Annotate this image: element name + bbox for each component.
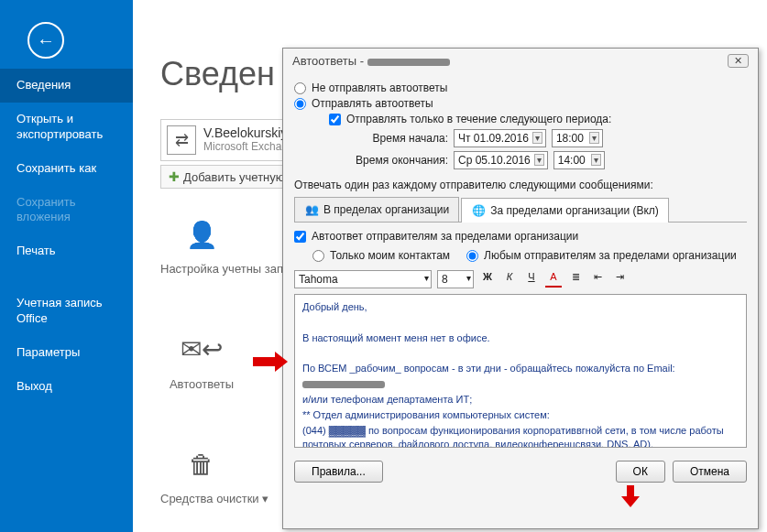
italic-button[interactable]: К [501,271,518,288]
sidebar-item-options[interactable]: Параметры [0,336,133,370]
end-label: Время окончания: [329,154,448,167]
message-editor[interactable]: Добрый день, В настоящий момент меня нет… [294,294,747,448]
ok-button[interactable]: ОК [616,461,665,483]
checkbox-period[interactable]: Отправлять только в течение следующего п… [329,113,747,125]
start-time-combo[interactable]: 18:00 [552,129,603,147]
sidebar-item-open-export[interactable]: Открыть и экспортировать [0,103,133,152]
rules-button[interactable]: Правила... [294,461,383,483]
sidebar: Сведения Открыть и экспортировать Сохран… [0,0,133,532]
font-color-button[interactable]: А [545,271,562,288]
tabs: 👥 В пределах организации 🌐 За пределами … [294,197,747,223]
font-size-combo[interactable]: 8 [437,270,474,288]
sidebar-item-office-account[interactable]: Учетная запись Office [0,287,133,336]
sidebar-item-info[interactable]: Сведения [0,69,133,103]
reply-note: Отвечать один раз каждому отправителю сл… [294,179,747,191]
dialog-title: Автоответы - [292,54,367,68]
close-button[interactable]: ✕ [728,54,749,68]
radio-anyone[interactable]: Любым отправителям за пределами организа… [466,249,737,262]
start-date-combo[interactable]: Чт 01.09.2016 [454,129,546,147]
annotation-arrow-right [253,352,290,370]
exchange-icon: ⇄ [167,125,196,155]
annotation-arrow-down [621,485,640,509]
redacted [367,59,450,66]
cleanup-icon: 🗑 [160,437,243,492]
checkbox-outside-autoreply[interactable]: Автоответ отправителям за пределами орга… [294,230,747,243]
sidebar-item-save-attachments: Сохранить вложения [0,186,133,235]
end-date-combo[interactable]: Ср 05.10.2016 [454,151,548,169]
cancel-button[interactable]: Отмена [673,461,747,483]
globe-icon: 🌐 [471,203,486,218]
bullets-button[interactable]: ≣ [567,271,584,288]
sidebar-item-print[interactable]: Печать [0,234,133,268]
people-icon: 👥 [304,202,319,217]
sidebar-item-save-as[interactable]: Сохранить как [0,152,133,186]
indent-button[interactable]: ⇥ [611,271,628,288]
bold-button[interactable]: Ж [479,271,496,288]
autoreply-icon: ✉↩ [160,322,243,377]
user-icon: 👤 [160,207,243,262]
radio-send-autoreply[interactable]: Отправлять автоответы [294,97,747,110]
outdent-button[interactable]: ⇤ [589,271,606,288]
underline-button[interactable]: Ч [523,271,540,288]
radio-no-autoreply[interactable]: Не отправлять автоответы [294,81,747,94]
sidebar-item-exit[interactable]: Выход [0,370,133,404]
tab-inside-org[interactable]: 👥 В пределах организации [294,197,459,222]
font-name-combo[interactable]: Tahoma [294,270,432,288]
font-toolbar: Tahoma 8 Ж К Ч А ≣ ⇤ ⇥ [294,270,747,288]
end-time-combo[interactable]: 14:00 [553,151,605,169]
start-label: Время начала: [329,132,448,145]
add-account-label: Добавить учетную [183,170,285,184]
back-button[interactable] [27,22,64,59]
tab-outside-org[interactable]: 🌐 За пределами организации (Вкл) [461,198,669,223]
autoreply-dialog: Автоответы - ✕ Не отправлять автоответы … [282,48,759,529]
radio-contacts-only[interactable]: Только моим контактам [312,249,450,262]
redacted [302,381,385,388]
